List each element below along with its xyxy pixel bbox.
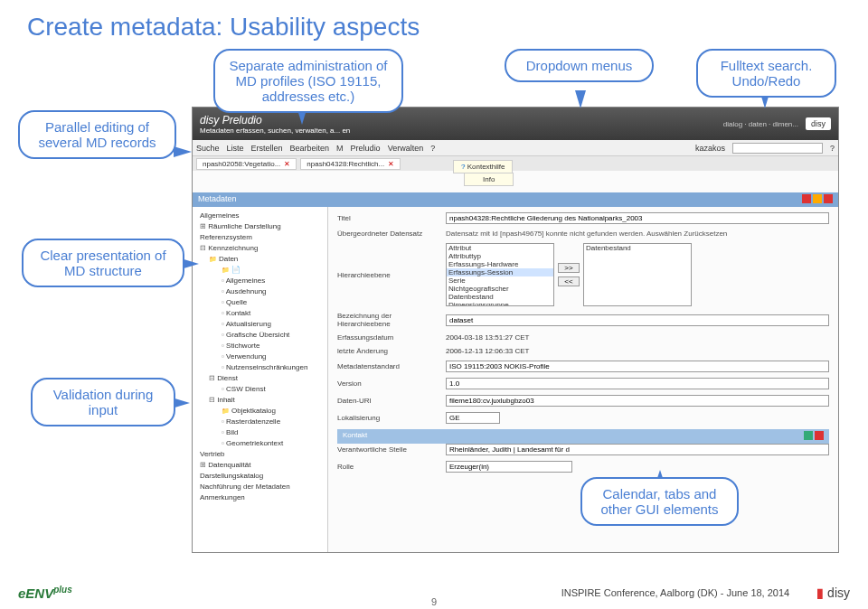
- toolbar-icons[interactable]: [802, 431, 824, 442]
- tree-node[interactable]: 📄: [196, 265, 324, 276]
- tree-node[interactable]: Stichworte: [196, 341, 324, 351]
- label: Titel: [337, 214, 446, 222]
- label: Daten-URI: [337, 397, 446, 405]
- callout-clear: Clear presentation of MD structure: [22, 239, 184, 287]
- callout-validation: Validation during input: [31, 378, 175, 426]
- tree-node[interactable]: Daten: [196, 254, 324, 265]
- lok-input[interactable]: [446, 412, 500, 424]
- menu-item[interactable]: Liste: [227, 144, 244, 153]
- label: Übergeordneter Datensatz: [337, 230, 446, 238]
- menu-item[interactable]: Preludio: [351, 144, 381, 153]
- listbox-right[interactable]: Datenbestand: [583, 243, 692, 306]
- tree-node[interactable]: Referenzsystem: [196, 232, 324, 243]
- tree-node[interactable]: Vertrieb: [196, 449, 324, 460]
- menu-item[interactable]: Verwalten: [388, 144, 424, 153]
- tree-node[interactable]: Anmerkungen: [196, 492, 324, 503]
- move-right-button[interactable]: >>: [558, 263, 580, 273]
- help-icon[interactable]: ?: [830, 144, 835, 153]
- tree-node[interactable]: Verwendung: [196, 351, 324, 362]
- move-left-button[interactable]: <<: [558, 276, 580, 286]
- tree-node[interactable]: Nutzenseinschränkungen: [196, 362, 324, 373]
- tree-node[interactable]: Allgemeines: [196, 276, 324, 286]
- tooltip-help: ? Kontexthilfe: [453, 160, 513, 173]
- tree-node[interactable]: Geometriekontext: [196, 438, 324, 449]
- tab[interactable]: npash02058:Vegetatio...✕: [196, 158, 297, 170]
- menu-help-icon[interactable]: ?: [430, 144, 435, 153]
- app-subtitle: Metadaten erfassen, suchen, verwalten, a…: [200, 126, 350, 135]
- tree-nav[interactable]: Allgemeines Räumliche Darstellung Refere…: [193, 207, 328, 552]
- tree-node[interactable]: Darstellungskatalog: [196, 471, 324, 482]
- uri-input[interactable]: [446, 395, 829, 407]
- page-number: 9: [431, 596, 437, 607]
- search-input[interactable]: [732, 143, 823, 154]
- app-logo: disy: [806, 117, 831, 130]
- label: Hierarchieebene: [337, 271, 446, 279]
- value: 2004-03-18 13:51:27 CET: [446, 333, 829, 342]
- listbox-left[interactable]: AttributAttributtypErfassungs-Hardware E…: [446, 243, 554, 306]
- stelle-input[interactable]: [446, 444, 829, 455]
- callout-dropdown: Dropdown menus: [505, 49, 654, 82]
- section-header: Metadaten: [193, 192, 838, 207]
- tree-node[interactable]: Inhalt: [196, 395, 324, 406]
- label: Verantwortliche Stelle: [337, 445, 446, 454]
- toolbar-icons[interactable]: [800, 194, 833, 205]
- menu-item[interactable]: Bearbeiten: [290, 144, 330, 153]
- label: Rolle: [337, 463, 446, 471]
- tooltip-info: Info: [464, 173, 514, 186]
- label: Lokalisierung: [337, 414, 446, 422]
- designation-input[interactable]: [446, 314, 829, 326]
- note: Datensatz mit Id [npash49675] konnte nic…: [446, 230, 829, 238]
- close-icon[interactable]: ✕: [284, 160, 290, 168]
- title-input[interactable]: [446, 212, 829, 224]
- version-input[interactable]: [446, 378, 829, 389]
- value: 2006-12-13 12:06:33 CET: [446, 347, 829, 355]
- tree-node[interactable]: Ausdehnung: [196, 286, 324, 297]
- tree-node[interactable]: Objektkatalog: [196, 406, 324, 417]
- conference-info: INSPIRE Conference, Aalborg (DK) - June …: [561, 587, 790, 598]
- tree-node[interactable]: Kennzeichnung: [196, 243, 324, 254]
- tree-node[interactable]: Räumliche Darstellung: [196, 221, 324, 232]
- callout-parallel: Parallel editing of several MD records: [18, 110, 176, 159]
- tree-node[interactable]: Grafische Übersicht: [196, 330, 324, 341]
- app-name: disy Preludio: [200, 114, 350, 126]
- eenvplus-logo: eENVplus: [18, 585, 72, 601]
- tree-node[interactable]: CSW Dienst: [196, 384, 324, 395]
- subsection-kontakt: Kontakt: [337, 429, 829, 444]
- menu-item[interactable]: Erstellen: [251, 144, 283, 153]
- app-tagline: dialog · daten · dimen...: [723, 120, 798, 128]
- menu-item[interactable]: M: [336, 144, 344, 153]
- close-icon[interactable]: ✕: [388, 160, 394, 168]
- rolle-input[interactable]: [446, 461, 572, 473]
- mdstd-input[interactable]: [446, 361, 829, 372]
- user-label: kazakos: [695, 144, 725, 153]
- tree-node[interactable]: Bild: [196, 427, 324, 438]
- slide-title: Create metadata: Usability aspects: [0, 0, 868, 47]
- tree-node[interactable]: Kontakt: [196, 308, 324, 319]
- pointer: [174, 146, 192, 157]
- label: letzte Änderung: [337, 347, 446, 355]
- tree-node[interactable]: Nachführung der Metadaten: [196, 482, 324, 492]
- tree-node[interactable]: Quelle: [196, 297, 324, 308]
- label: Version: [337, 379, 446, 388]
- label: Erfassungsdatum: [337, 333, 446, 342]
- callout-fulltext: Fulltext search. Undo/Redo: [696, 49, 836, 98]
- tree-node[interactable]: Rasterdatenzelle: [196, 417, 324, 427]
- callout-calendar: Calendar, tabs and other GUI elements: [580, 477, 739, 526]
- label: Bezeichnung der Hierarchieebene: [337, 312, 446, 328]
- tree-node[interactable]: Datenqualität: [196, 460, 324, 471]
- disy-logo: ▮ disy: [816, 586, 850, 600]
- menubar: Suche Liste Erstellen Bearbeiten M Prelu…: [193, 140, 838, 156]
- menu-item[interactable]: Suche: [196, 144, 220, 153]
- tree-node[interactable]: Allgemeines: [196, 211, 324, 221]
- callout-separate: Separate administration of MD profiles (…: [213, 49, 403, 113]
- app-screenshot: disy Preludio Metadaten erfassen, suchen…: [192, 107, 839, 553]
- pointer: [575, 90, 586, 108]
- tree-node[interactable]: Aktualisierung: [196, 319, 324, 330]
- tab[interactable]: npash04328:Rechtlich...✕: [300, 158, 401, 170]
- tree-node[interactable]: Dienst: [196, 373, 324, 384]
- tab-bar: npash02058:Vegetatio...✕ npash04328:Rech…: [193, 156, 838, 171]
- label: Metadatenstandard: [337, 362, 446, 370]
